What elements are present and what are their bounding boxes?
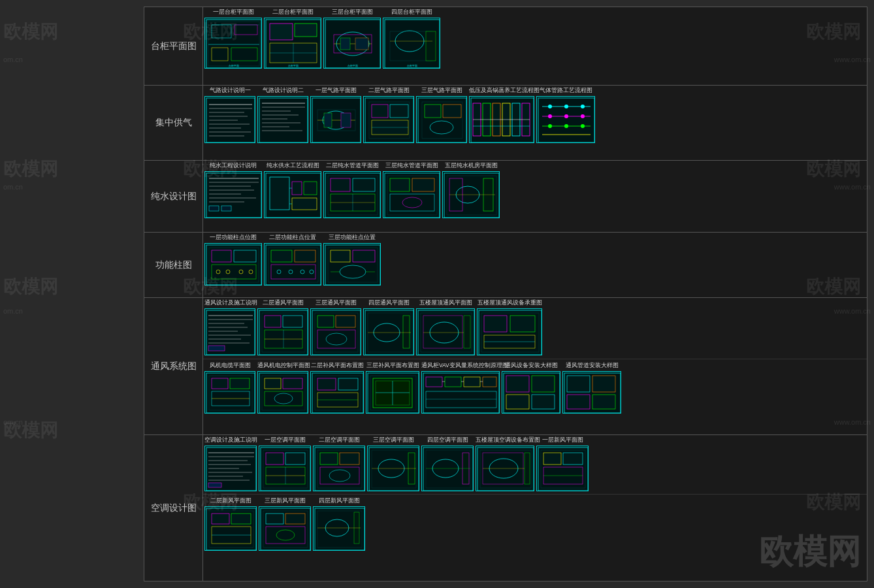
thumb-vent-12[interactable] <box>502 371 560 414</box>
url-left-4: om.cn <box>3 418 23 426</box>
row-label-vent: 通风系统图 <box>144 298 203 434</box>
thumb-vent-6[interactable] <box>477 308 542 355</box>
row-content-gas: 气路设计说明一 气路设计说明二 一层气路平面图 二层气路平面图 三层气路平面图 … <box>203 86 867 160</box>
thumb-gas-6[interactable] <box>469 96 534 143</box>
svg-rect-59 <box>324 113 332 127</box>
title-vent-7: 风机电缆平面图 <box>204 362 255 370</box>
svg-rect-262 <box>592 376 615 392</box>
thumb-cabinet-1[interactable]: 台柜平面 <box>204 18 262 69</box>
svg-rect-211 <box>510 316 535 332</box>
thumb-gas-3[interactable] <box>310 96 361 143</box>
svg-rect-224 <box>265 378 281 389</box>
thumb-vent-3[interactable] <box>310 308 361 355</box>
thumb-gas-7[interactable] <box>536 96 595 143</box>
svg-rect-71 <box>425 105 441 118</box>
thumb-col-2[interactable] <box>264 243 321 286</box>
title-ac-6: 五楼屋顶空调设备布置图 <box>476 436 534 444</box>
svg-point-98 <box>581 124 585 128</box>
thumb-ac-9[interactable] <box>259 506 311 551</box>
title-col-3: 三层功能柱点位置 <box>323 234 381 242</box>
thumb-gas-4[interactable] <box>363 96 414 143</box>
thumb-vent-1[interactable] <box>204 308 255 355</box>
title-vent-2: 二层通风平面图 <box>257 299 308 307</box>
svg-point-97 <box>564 124 568 128</box>
svg-rect-232 <box>338 378 358 390</box>
thumb-vent-11[interactable] <box>421 371 500 414</box>
svg-rect-275 <box>208 483 221 487</box>
svg-rect-61 <box>364 97 414 143</box>
svg-rect-218 <box>230 378 250 389</box>
svg-rect-231 <box>317 378 336 390</box>
title-vent-5: 五楼屋顶通风平面图 <box>416 299 475 307</box>
svg-rect-206 <box>464 316 470 348</box>
row-label-cabinet: 台柜平面图 <box>144 7 203 85</box>
title-vent-1: 通风设计及施工说明 <box>204 299 255 307</box>
title-col-1: 一层功能柱点位图 <box>204 234 262 242</box>
thumbs-gas <box>203 95 867 144</box>
title-vent-10: 三层补风平面布置图 <box>366 362 419 370</box>
thumb-col-3[interactable] <box>323 243 381 286</box>
svg-rect-24 <box>355 38 368 50</box>
thumb-vent-2[interactable] <box>257 308 308 355</box>
thumb-gas-1[interactable] <box>204 96 255 143</box>
svg-rect-160 <box>324 244 381 286</box>
svg-rect-153 <box>271 250 292 262</box>
svg-rect-114 <box>304 182 317 195</box>
svg-rect-54 <box>311 97 361 143</box>
thumb-ac-3[interactable] <box>313 446 365 491</box>
svg-point-91 <box>564 105 568 108</box>
thumb-water-2[interactable] <box>264 171 321 218</box>
title-gas-2: 气路设计说明二 <box>257 87 308 95</box>
subtitle-row-vent-1: 通风设计及施工说明 二层通风平面图 三层通风平面图 四层通风平面图 五楼屋顶通风… <box>203 298 867 307</box>
title-vent-12: 通风设备安装大样图 <box>502 362 560 370</box>
title-gas-4: 二层气路平面图 <box>363 87 414 95</box>
svg-rect-44 <box>258 97 308 143</box>
thumb-vent-9[interactable] <box>310 371 364 414</box>
title-gas-5: 三层气路平面图 <box>416 87 467 95</box>
subtitle-row-ac-1: 空调设计及施工说明 一层空调平面图 二层空调平面图 三层空调平面图 四层空调平面… <box>203 435 867 444</box>
svg-rect-279 <box>266 453 283 465</box>
title-ac-3: 二层空调平面图 <box>313 436 365 444</box>
svg-rect-245 <box>445 377 461 387</box>
thumb-ac-6[interactable] <box>476 446 534 491</box>
thumb-ac-1[interactable] <box>204 446 257 491</box>
svg-rect-191 <box>336 316 355 327</box>
thumb-vent-4[interactable] <box>363 308 414 355</box>
svg-rect-130 <box>412 178 434 191</box>
subtitle-row-water: 纯水工程设计说明 纯水供水工艺流程图 二层纯水管道平面图 三层纯水管道平面图 五… <box>203 161 867 170</box>
thumb-water-4[interactable] <box>383 171 440 218</box>
svg-rect-309 <box>525 453 530 484</box>
title-ac-8: 二层新风平面图 <box>204 497 257 505</box>
svg-rect-109 <box>221 206 231 211</box>
title-ac-1: 空调设计及施工说明 <box>204 436 257 444</box>
row-label-gas: 集中供气 <box>144 86 203 160</box>
thumb-vent-7[interactable] <box>204 371 255 414</box>
thumb-water-1[interactable] <box>204 171 262 218</box>
thumb-vent-10[interactable] <box>366 371 419 414</box>
svg-rect-65 <box>390 105 408 118</box>
thumb-gas-2[interactable] <box>257 96 308 143</box>
svg-rect-257 <box>506 395 529 409</box>
thumb-cabinet-4[interactable]: 台柜平面 <box>383 18 440 69</box>
thumb-water-5[interactable] <box>442 171 500 218</box>
svg-rect-122 <box>353 178 375 191</box>
thumb-vent-8[interactable] <box>257 371 308 414</box>
thumb-ac-2[interactable] <box>259 446 311 491</box>
thumb-ac-8[interactable] <box>204 506 257 551</box>
thumb-vent-13[interactable] <box>562 371 621 414</box>
svg-rect-182 <box>265 316 281 327</box>
thumb-ac-4[interactable] <box>367 446 419 491</box>
thumb-cabinet-3[interactable]: 台柜平面 <box>323 18 381 69</box>
thumb-cabinet-2[interactable]: 台柜平面 <box>264 18 321 69</box>
thumbs-vent-2 <box>203 370 867 415</box>
thumb-ac-7[interactable] <box>536 446 589 491</box>
thumb-water-3[interactable] <box>323 171 381 218</box>
thumb-ac-10[interactable] <box>313 506 365 551</box>
svg-text:台柜平面: 台柜平面 <box>348 64 358 67</box>
thumb-col-1[interactable] <box>204 243 262 286</box>
thumb-gas-5[interactable] <box>416 96 467 143</box>
thumb-ac-5[interactable] <box>421 446 474 491</box>
svg-point-92 <box>581 105 585 108</box>
title-vent-11: 通风柜VAV变风量系统控制原理图 <box>421 362 500 370</box>
thumb-vent-5[interactable] <box>416 308 475 355</box>
